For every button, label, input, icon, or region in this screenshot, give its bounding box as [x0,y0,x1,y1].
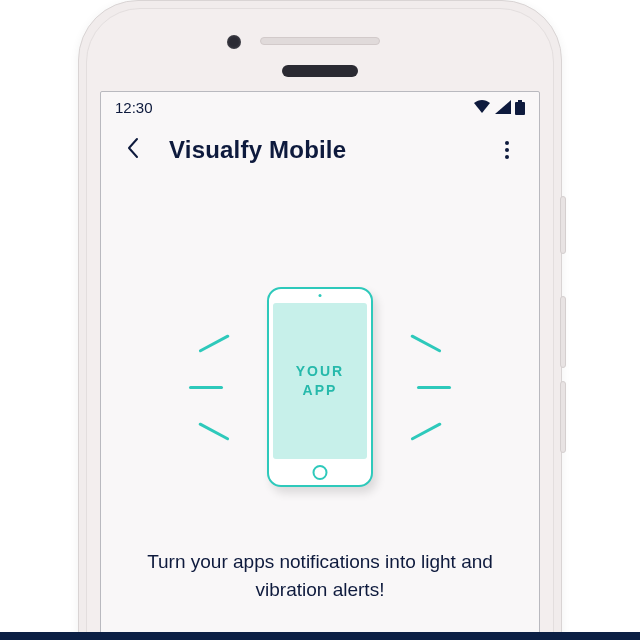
mini-phone-screen: YOUR APP [273,303,367,459]
page-title: Visualfy Mobile [169,136,346,164]
mini-phone-camera-icon [319,294,322,297]
vibration-ray-icon [417,386,451,389]
phone-volume-up-button [560,296,566,368]
vibration-ray-icon [198,334,229,352]
overflow-menu-button[interactable] [493,136,521,164]
status-icons [473,100,525,115]
vibration-ray-icon [198,422,229,440]
status-time: 12:30 [115,99,153,116]
svg-rect-1 [515,102,525,115]
app-header: Visualfy Mobile [101,122,539,172]
vibration-ray-icon [189,386,223,389]
mini-phone-label: YOUR APP [296,362,344,400]
chevron-left-icon [126,137,140,163]
phone-earpiece [282,65,358,77]
stage: 12:30 [0,0,640,640]
vibration-ray-icon [410,422,441,440]
phone-speaker-slit [260,37,380,45]
phone-screen: 12:30 [100,91,540,640]
page-footer-bar [0,632,640,640]
more-vert-icon [505,148,509,152]
headline-text: Turn your apps notifications into light … [101,548,539,603]
wifi-icon [473,100,491,114]
svg-rect-0 [518,100,522,102]
more-vert-icon [505,141,509,145]
mini-phone-illustration: YOUR APP [267,287,373,487]
battery-icon [515,100,525,115]
vibration-ray-icon [410,334,441,352]
phone-volume-down-button [560,381,566,453]
status-bar: 12:30 [101,92,539,122]
phone-device-frame: 12:30 [78,0,562,640]
phone-power-button [560,196,566,254]
back-button[interactable] [119,136,147,164]
phone-front-camera [227,35,241,49]
mini-phone-home-icon [313,465,328,480]
more-vert-icon [505,155,509,159]
hero-illustration: YOUR APP [101,272,539,502]
cellular-icon [495,100,511,114]
